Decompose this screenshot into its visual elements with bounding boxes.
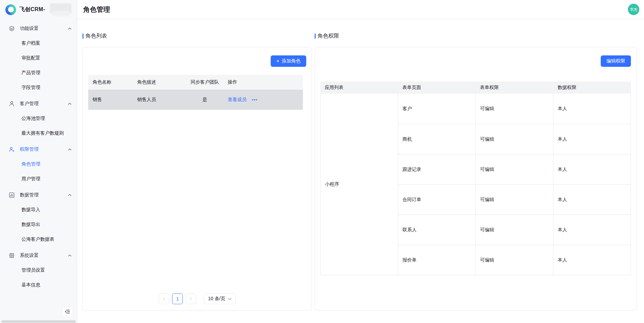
sidebar-group-label: 客户管理 bbox=[20, 101, 39, 107]
form-page-cell: 跟进记录 bbox=[398, 154, 476, 184]
sidebar-group-function-settings[interactable]: 功能设置 bbox=[0, 21, 77, 36]
main-area: 角色管理 李杰 角色列表 + 添加角色 bbox=[77, 0, 644, 323]
form-page-cell: 商机 bbox=[398, 124, 476, 154]
role-table-header: 角色名称 角色描述 同步客户团队 操作 bbox=[88, 75, 303, 90]
sidebar-item-approval-config[interactable]: 审批配置 bbox=[0, 51, 77, 65]
data-permission-cell: 本人 bbox=[553, 124, 631, 154]
permissions-rows: 客户 可编辑 本人 商机 可编辑 本人 跟进记录 可编辑 bbox=[398, 94, 631, 275]
add-role-button-label: 添加角色 bbox=[282, 58, 301, 64]
form-permission-cell: 可编辑 bbox=[476, 245, 553, 275]
sidebar-item-public-customer-table[interactable]: 公海客户数据表 bbox=[0, 232, 77, 247]
sidebar-menu: 功能设置 客户档案 审批配置 产品管理 字段管理 客户管理 公海池管理 最大拥有… bbox=[0, 19, 77, 292]
edit-permissions-button[interactable]: 编辑权限 bbox=[601, 55, 631, 67]
sidebar: 飞创CRM- 功能设置 客户档案 审批配置 产品管理 字段管理 bbox=[0, 0, 77, 323]
logo-row: 飞创CRM- bbox=[0, 0, 77, 19]
chevron-up-icon bbox=[68, 103, 71, 105]
table-row-contact: 联系人 可编辑 本人 bbox=[398, 215, 631, 245]
sync-team-cell: 是 bbox=[186, 97, 223, 103]
role-list-card: + 添加角色 角色名称 角色描述 同步客户团队 操作 销售 bbox=[83, 47, 312, 311]
sidebar-group-customer-management[interactable]: 客户管理 bbox=[0, 96, 77, 111]
sidebar-item-product-management[interactable]: 产品管理 bbox=[0, 65, 77, 80]
sidebar-item-role-management[interactable]: 角色管理 bbox=[0, 157, 77, 172]
view-members-link[interactable]: 查看成员 bbox=[228, 97, 247, 103]
sidebar-group-label: 功能设置 bbox=[20, 26, 39, 32]
data-permission-cell: 本人 bbox=[553, 185, 631, 215]
menu-group-permission-management: 权限管理 角色管理 用户管理 bbox=[0, 142, 77, 186]
sidebar-group-permission-management[interactable]: 权限管理 bbox=[0, 142, 77, 157]
page-title: 角色管理 bbox=[83, 5, 110, 14]
sidebar-group-data-management[interactable]: 数据管理 bbox=[0, 188, 77, 202]
chevron-up-icon bbox=[68, 194, 71, 196]
sidebar-group-label: 系统设置 bbox=[20, 252, 39, 259]
sidebar-item-basic-info[interactable]: 基本信息 bbox=[0, 278, 77, 292]
data-permission-cell: 本人 bbox=[553, 215, 631, 245]
form-permission-cell: 可编辑 bbox=[476, 185, 553, 215]
next-page-button[interactable] bbox=[185, 293, 196, 304]
table-row-opportunity: 商机 可编辑 本人 bbox=[398, 124, 631, 154]
data-permission-cell: 本人 bbox=[553, 94, 631, 124]
col-role-desc: 角色描述 bbox=[133, 79, 186, 85]
avatar[interactable]: 李杰 bbox=[628, 4, 639, 15]
sidebar-item-field-management[interactable]: 字段管理 bbox=[0, 80, 77, 95]
form-permission-cell: 可编辑 bbox=[476, 215, 553, 245]
col-actions: 操作 bbox=[223, 79, 303, 85]
content: 角色列表 + 添加角色 角色名称 角色描述 同步客户团队 bbox=[77, 19, 644, 311]
col-app-list: 应用列表 bbox=[320, 85, 398, 91]
form-page-cell: 客户 bbox=[398, 94, 476, 124]
role-name-cell: 销售 bbox=[88, 97, 133, 103]
col-role-name: 角色名称 bbox=[88, 79, 133, 85]
sidebar-item-admin-settings[interactable]: 管理员设置 bbox=[0, 263, 77, 278]
role-permissions-title-text: 角色权限 bbox=[318, 33, 339, 40]
brand-redacted-blur bbox=[50, 3, 71, 13]
edit-permissions-button-label: 编辑权限 bbox=[606, 58, 625, 64]
app-name-cell: 小程序 bbox=[321, 94, 398, 275]
col-form-permission: 表单权限 bbox=[476, 85, 553, 91]
role-list-title: 角色列表 bbox=[83, 32, 312, 40]
bar-chart-icon bbox=[9, 192, 15, 198]
form-page-cell: 联系人 bbox=[398, 215, 476, 245]
col-sync-team: 同步客户团队 bbox=[186, 79, 223, 85]
sidebar-group-system-settings[interactable]: 系统设置 bbox=[0, 248, 77, 263]
menu-group-system-settings: 系统设置 管理员设置 基本信息 bbox=[0, 248, 77, 292]
sidebar-item-public-pool[interactable]: 公海池管理 bbox=[0, 111, 77, 126]
pagination: 1 10 条/页 bbox=[88, 293, 306, 304]
sidebar-item-customer-archive[interactable]: 客户档案 bbox=[0, 36, 77, 51]
table-row-quotation: 报价单 可编辑 本人 bbox=[398, 245, 631, 275]
role-list-toolbar: + 添加角色 bbox=[88, 55, 306, 67]
topbar: 角色管理 李杰 bbox=[77, 0, 644, 19]
role-permissions-section: 角色权限 编辑权限 应用列表 表单页面 表单权限 数据权限 bbox=[315, 32, 637, 311]
table-row-contract-order: 合同订单 可编辑 本人 bbox=[398, 184, 631, 215]
permissions-table-body: 小程序 客户 可编辑 本人 商机 可编辑 本人 bbox=[320, 94, 631, 275]
sidebar-collapse-icon[interactable] bbox=[63, 308, 72, 316]
role-permissions-title: 角色权限 bbox=[315, 32, 637, 40]
layers-icon bbox=[9, 26, 15, 32]
chevron-up-icon bbox=[68, 148, 71, 150]
chevron-down-icon bbox=[228, 298, 231, 300]
page-number-button[interactable]: 1 bbox=[172, 293, 183, 304]
sidebar-group-label: 数据管理 bbox=[20, 192, 39, 198]
sidebar-item-user-management[interactable]: 用户管理 bbox=[0, 172, 77, 186]
role-permissions-card: 编辑权限 应用列表 表单页面 表单权限 数据权限 小程序 客户 bbox=[315, 47, 637, 311]
role-list-title-text: 角色列表 bbox=[86, 33, 107, 40]
role-list-section: 角色列表 + 添加角色 角色名称 角色描述 同步客户团队 bbox=[83, 32, 312, 311]
sidebar-scrollbar[interactable] bbox=[1, 320, 76, 323]
app-root: 飞创CRM- 功能设置 客户档案 审批配置 产品管理 字段管理 bbox=[0, 0, 644, 323]
more-actions-icon[interactable]: ••• bbox=[252, 98, 258, 102]
menu-group-function-settings: 功能设置 客户档案 审批配置 产品管理 字段管理 bbox=[0, 21, 77, 95]
actions-cell: 查看成员 ••• bbox=[223, 97, 303, 103]
role-permissions-toolbar: 编辑权限 bbox=[320, 55, 631, 67]
title-accent-bar bbox=[315, 34, 316, 39]
add-role-button[interactable]: + 添加角色 bbox=[271, 55, 306, 67]
page-size-value: 10 条/页 bbox=[208, 296, 225, 302]
sidebar-item-data-import[interactable]: 数据导入 bbox=[0, 202, 77, 217]
prev-page-button[interactable] bbox=[159, 293, 169, 304]
menu-group-data-management: 数据管理 数据导入 数据导出 公海客户数据表 bbox=[0, 188, 77, 247]
sidebar-item-data-export[interactable]: 数据导出 bbox=[0, 217, 77, 232]
sidebar-item-max-customer-rule[interactable]: 最大拥有客户数规则 bbox=[0, 126, 77, 141]
role-desc-cell: 销售人员 bbox=[133, 97, 186, 103]
page-size-select[interactable]: 10 条/页 bbox=[204, 293, 235, 304]
form-page-cell: 合同订单 bbox=[398, 185, 476, 215]
table-row-sales[interactable]: 销售 销售人员 是 查看成员 ••• bbox=[88, 90, 303, 110]
permissions-table-header: 应用列表 表单页面 表单权限 数据权限 bbox=[320, 82, 631, 94]
user-plus-icon bbox=[9, 146, 15, 152]
